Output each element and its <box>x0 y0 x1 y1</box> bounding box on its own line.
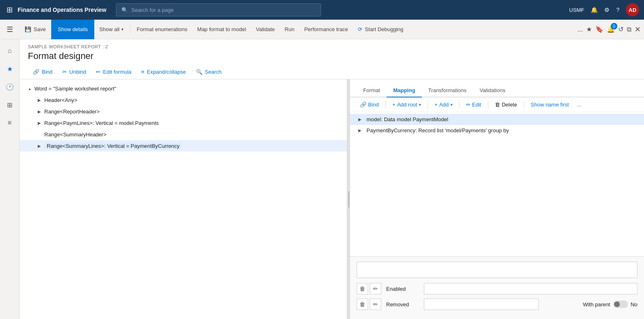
open-in-new-icon[interactable]: ⧉ <box>627 26 631 33</box>
tree-item-label: Word = "Sample worksheet report" <box>34 86 344 92</box>
toolbar-sep <box>385 101 386 109</box>
tab-mapping[interactable]: Mapping <box>387 84 421 97</box>
search-icon: 🔍 <box>121 7 128 13</box>
run-button[interactable]: Run <box>280 20 299 39</box>
tree-item[interactable]: Range<SummaryHeader> <box>20 129 347 140</box>
mapping-toggle-icon[interactable]: ▶ <box>357 128 363 133</box>
notification-count-badge: 0 <box>611 23 617 29</box>
toolbar-sep <box>488 101 488 109</box>
tab-transformations[interactable]: Transformations <box>422 84 473 97</box>
tab-format[interactable]: Format <box>357 84 387 97</box>
removed-field-actions: 🗑 ✏ <box>357 299 381 310</box>
notification-badge-area[interactable]: 🔔 0 <box>607 25 615 33</box>
sidebar-nav-modules[interactable]: ≡ <box>2 115 18 131</box>
add-root-chevron-icon: ▾ <box>419 102 421 107</box>
toolbar-more-button[interactable]: ... <box>578 26 583 33</box>
enabled-input[interactable] <box>424 283 637 294</box>
user-company-label[interactable]: USMF <box>569 7 584 13</box>
edit-formula-button[interactable]: ✏ Edit formula <box>91 65 136 79</box>
add-icon: + <box>435 102 438 108</box>
mapping-toggle-icon[interactable]: ▶ <box>357 117 363 122</box>
mapping-bind-button[interactable]: 🔗 Bind <box>357 100 382 109</box>
enabled-delete-button[interactable]: 🗑 <box>357 283 368 294</box>
toolbar-sep <box>428 101 428 109</box>
favorites-icon[interactable]: ★ <box>586 25 592 33</box>
delete-button[interactable]: 🗑 Delete <box>492 100 521 109</box>
with-parent-container: With parent No <box>583 301 637 308</box>
top-nav-icons: USMF 🔔 ⚙ ? AD <box>569 3 639 16</box>
help-icon[interactable]: ? <box>616 7 619 13</box>
tree-toggle-icon[interactable]: ▶ <box>36 109 43 114</box>
filter-input-box[interactable] <box>357 262 637 278</box>
edit-button[interactable]: ✏ Edit <box>463 100 485 109</box>
toolbar-sep <box>459 101 460 109</box>
removed-delete-button[interactable]: 🗑 <box>357 299 368 310</box>
bottom-section: 🗑 ✏ Enabled 🗑 ✏ Removed <box>350 256 644 319</box>
add-button[interactable]: + Add ▾ <box>431 100 456 109</box>
show-name-first-button[interactable]: Show name first <box>528 100 572 109</box>
global-search-bar[interactable]: 🔍 Search for a page <box>116 3 321 16</box>
sidebar-nav-workspaces[interactable]: ⊞ <box>2 97 18 113</box>
mapping-item-model[interactable]: ▶ model: Data model PaymentModel <box>350 114 644 125</box>
notification-icon[interactable]: 🔔 <box>591 7 598 13</box>
tree-toggle-icon[interactable]: ▶ <box>36 98 43 102</box>
tree-toggle-icon[interactable]: ▶ <box>36 144 43 148</box>
bind-button[interactable]: 🔗 Bind <box>28 65 57 79</box>
bookmark-icon[interactable]: 🔖 <box>595 25 603 33</box>
app-title: Finance and Operations Preview <box>18 7 106 13</box>
enabled-edit-button[interactable]: ✏ <box>370 283 381 294</box>
tree-item-selected[interactable]: ▶ Range<SummaryLines>: Vertical = Paymen… <box>20 140 347 152</box>
mapping-bind-icon: 🔗 <box>360 102 366 108</box>
settings-icon[interactable]: ⚙ <box>604 7 610 13</box>
toggle-knob[interactable] <box>613 301 628 308</box>
sidebar-nav-recent[interactable]: 🕐 <box>2 79 18 95</box>
tree-item-label: Range<ReportHeader> <box>44 109 344 115</box>
tree-toggle-icon[interactable]: ▴ <box>26 86 33 91</box>
enabled-field-actions: 🗑 ✏ <box>357 283 381 294</box>
right-pane: Format Mapping Transformations Validatio… <box>350 79 644 319</box>
mapping-tree: ▶ model: Data model PaymentModel ▶ Payme… <box>350 112 644 256</box>
add-chevron-icon: ▾ <box>451 102 453 107</box>
selected-item-highlight: Range<SummaryLines>: Vertical = PaymentB… <box>44 142 182 150</box>
refresh-icon[interactable]: ↺ <box>618 25 624 33</box>
expand-collapse-button[interactable]: ≡ Expand/collapse <box>137 65 191 79</box>
mapping-item-payment-by-currency[interactable]: ▶ PaymentByCurrency: Record list 'model/… <box>350 125 644 136</box>
unbind-button[interactable]: ✂ Unbind <box>57 65 91 79</box>
tree-item[interactable]: ▴ Word = "Sample worksheet report" <box>20 83 347 94</box>
tree-item[interactable]: ▶ Range<ReportHeader> <box>20 106 347 117</box>
with-parent-toggle[interactable]: No <box>613 301 637 308</box>
removed-edit-button[interactable]: ✏ <box>370 299 381 310</box>
breadcrumb: SAMPLE WORKSHEET REPORT : 2 <box>28 44 636 49</box>
show-all-button[interactable]: Show all ▾ <box>94 20 128 39</box>
toolbar-divider-1 <box>130 25 130 34</box>
removed-label: Removed <box>386 301 419 308</box>
edit-icon: ✏ <box>466 102 471 108</box>
format-enumerations-button[interactable]: Format enumerations <box>132 20 193 39</box>
user-avatar[interactable]: AD <box>626 3 639 16</box>
performance-trace-button[interactable]: Performance trace <box>299 20 353 39</box>
unbind-icon: ✂ <box>62 69 67 75</box>
map-format-button[interactable]: Map format to model <box>192 20 251 39</box>
save-button[interactable]: 💾 Save <box>20 20 51 39</box>
sidebar-toggle-button[interactable]: ☰ <box>0 20 20 39</box>
toolbar-right-actions: ... ★ 🔖 🔔 0 ↺ ⧉ ✕ <box>578 25 641 34</box>
validate-button[interactable]: Validate <box>251 20 280 39</box>
show-details-button[interactable]: Show details <box>51 20 95 39</box>
more-button[interactable]: ... <box>574 100 585 109</box>
sidebar-nav-home[interactable]: ⌂ <box>2 43 18 59</box>
removed-input[interactable] <box>424 299 539 310</box>
add-root-button[interactable]: + Add root ▾ <box>389 100 424 109</box>
sidebar-nav-favorites[interactable]: ★ <box>2 61 18 77</box>
app-grid-icon[interactable]: ⊞ <box>5 4 14 16</box>
tree-item[interactable]: ▶ Header<Any> <box>20 94 347 106</box>
close-icon[interactable]: ✕ <box>635 25 641 34</box>
start-debugging-button[interactable]: ⟳ Start Debugging <box>353 20 408 39</box>
search-button[interactable]: 🔍 Search <box>191 65 227 79</box>
tree-item[interactable]: ▶ Range<PaymLines>: Vertical = model.Pay… <box>20 117 347 129</box>
tab-validations[interactable]: Validations <box>473 84 512 97</box>
toggle-value: No <box>630 301 637 308</box>
edit-formula-icon: ✏ <box>96 69 100 75</box>
enabled-field-row: 🗑 ✏ Enabled <box>357 283 637 294</box>
tree-toggle-icon[interactable]: ▶ <box>36 121 43 125</box>
search-icon: 🔍 <box>196 69 203 75</box>
